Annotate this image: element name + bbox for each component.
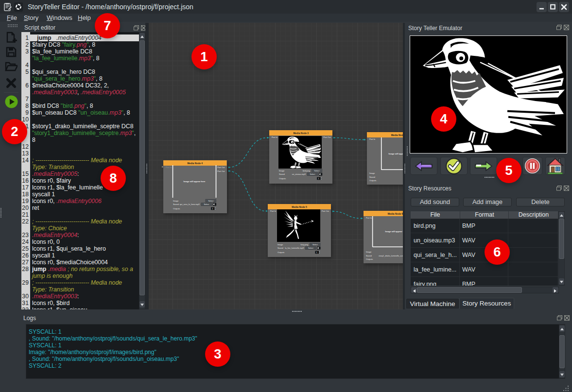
svg-text:Media Node 3: Media Node 3 [293,132,309,135]
svg-text:Outputs: Outputs [279,177,286,180]
svg-text:fairy.png: fairy.png [300,243,308,245]
svg-text:Port In: Port In [272,136,277,138]
svg-text:Image will appear: Image will appear [389,153,403,155]
svg-text:Port Out: Port Out [323,136,331,138]
svg-text:Port Out: Port Out [321,210,329,212]
svg-text:Select: Select [312,243,318,245]
svg-text:Image: Image [279,170,285,172]
svg-text:Image: Image [369,172,375,174]
svg-text:Media Node 5: Media Node 5 [292,205,307,208]
svg-text:Select: Select [208,199,214,202]
svg-text:Sound: Sound [279,173,285,176]
svg-text:Media Node 4: Media Node 4 [187,162,203,164]
svg-text:Port In: Port In [270,210,277,212]
svg-text:Select: Select [310,173,315,175]
svg-text:Sound: Sound [173,203,179,205]
svg-text:Port In: Port In [166,166,172,169]
svg-text:Outputs: Outputs [277,251,284,253]
svg-text:Select: Select [204,203,209,205]
svg-text:Port In: Port In [369,138,376,140]
svg-text:Outputs: Outputs [369,179,376,182]
svg-text:un_oiseau.mp3: un_oiseau.mp3 [292,173,306,176]
svg-text:Image: Image [366,251,372,253]
svg-text:Image will appear here: Image will appear here [385,230,403,233]
svg-text:la_fee_luminelle.mp3: la_fee_luminelle.mp3 [285,247,304,249]
svg-text:story1_drako_luminelle_sceptre: story1_drako_luminelle_sceptre.m [379,255,403,257]
svg-text:Sound: Sound [277,247,284,249]
svg-text:bird.png: bird.png [303,170,310,172]
svg-text:Outputs: Outputs [366,258,373,260]
svg-text:Sound: Sound [366,255,372,257]
svg-text:Port Out: Port Out [217,166,225,169]
svg-text:Image will appear here: Image will appear here [184,180,206,183]
svg-text:Image: Image [173,199,179,202]
svg-text:Outputs: Outputs [173,207,180,209]
svg-text:Image: Image [277,243,283,245]
svg-text:Media Node 6: Media Node 6 [387,213,403,215]
svg-text:Select: Select [308,247,314,249]
svg-text:qui_sera_le_hero.mp3: qui_sera_le_hero.mp3 [180,203,200,205]
svg-text:Port In: Port In [366,217,372,219]
svg-text:Port Out: Port Out [217,170,225,172]
svg-text:Select: Select [314,170,320,172]
svg-text:Media Node 2: Media Node 2 [391,134,403,136]
svg-text:Sound: Sound [369,176,376,178]
